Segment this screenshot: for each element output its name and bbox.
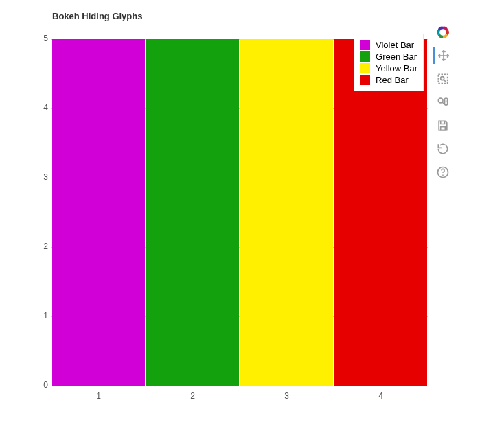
y-tick-label: 1 [37, 311, 48, 320]
legend-swatch [360, 63, 370, 73]
svg-point-0 [441, 30, 445, 34]
legend-item[interactable]: Violet Bar [360, 40, 417, 50]
plot-area[interactable]: Violet BarGreen BarYellow BarRed Bar 123… [51, 25, 428, 386]
pan-icon[interactable] [433, 47, 453, 64]
legend-label: Yellow Bar [376, 63, 417, 73]
svg-point-3 [438, 98, 443, 103]
x-tick-label: 3 [284, 391, 289, 401]
bar-violet-bar[interactable] [52, 39, 145, 386]
svg-point-2 [441, 77, 444, 80]
svg-rect-4 [445, 98, 448, 105]
y-tick-label: 4 [37, 103, 48, 113]
box-zoom-icon[interactable] [434, 70, 452, 88]
y-tick-label: 2 [37, 242, 48, 251]
wheel-zoom-icon[interactable] [434, 93, 452, 111]
legend-item[interactable]: Yellow Bar [360, 63, 417, 73]
legend[interactable]: Violet BarGreen BarYellow BarRed Bar [354, 34, 424, 91]
legend-swatch [360, 40, 370, 50]
help-icon[interactable] [434, 163, 452, 181]
legend-swatch [360, 75, 370, 85]
legend-item[interactable]: Red Bar [360, 75, 417, 85]
y-tick-label: 5 [37, 34, 48, 43]
y-tick-label: 0 [37, 380, 48, 390]
legend-label: Red Bar [376, 75, 409, 85]
bar-green-bar[interactable] [146, 39, 239, 386]
legend-label: Violet Bar [376, 40, 414, 50]
x-tick-label: 4 [378, 391, 383, 401]
svg-rect-1 [438, 74, 447, 83]
x-tick-label: 2 [190, 391, 195, 401]
legend-label: Green Bar [376, 51, 417, 62]
reset-icon[interactable] [434, 140, 452, 158]
save-icon[interactable] [434, 117, 452, 134]
bar-yellow-bar[interactable] [240, 39, 333, 386]
bokeh-logo-icon[interactable] [434, 23, 452, 41]
x-tick-label: 1 [96, 391, 101, 401]
y-tick-label: 3 [37, 172, 48, 182]
toolbar [433, 23, 453, 181]
legend-swatch [360, 51, 370, 62]
page-title: Bokeh Hiding Glyphs [52, 11, 142, 21]
legend-item[interactable]: Green Bar [360, 51, 417, 62]
svg-point-6 [442, 174, 444, 176]
